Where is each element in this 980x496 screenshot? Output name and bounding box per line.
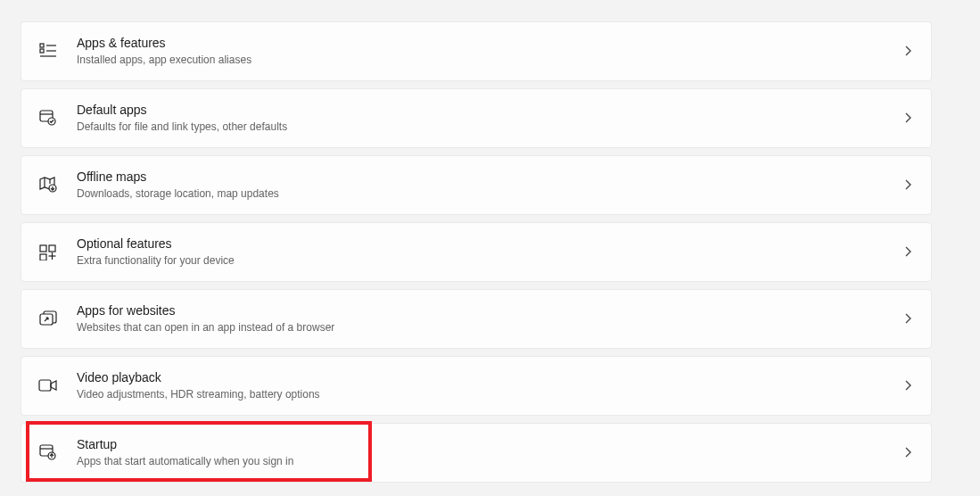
card-subtitle: Video adjustments, HDR streaming, batter… [77,387,890,402]
card-title: Apps for websites [77,302,890,318]
card-subtitle: Extra functionality for your device [77,253,890,269]
card-title: Offline maps [77,169,890,185]
card-title: Startup [77,436,890,452]
chevron-right-icon [901,445,915,459]
card-text: Default apps Defaults for file and link … [77,102,890,135]
card-text: Video playback Video adjustments, HDR st… [77,369,890,402]
settings-card-startup[interactable]: Startup Apps that start automatically wh… [21,423,932,483]
chevron-right-icon [901,378,915,393]
svg-rect-0 [40,44,44,47]
apps-list-icon [37,40,59,62]
optional-features-icon [37,241,59,262]
card-title: Apps & features [77,35,890,51]
svg-rect-2 [40,49,44,53]
settings-card-apps-websites[interactable]: Apps for websites Websites that can open… [21,289,932,349]
chevron-right-icon [901,111,915,125]
card-title: Default apps [77,102,890,118]
settings-card-offline-maps[interactable]: Offline maps Downloads, storage location… [21,155,932,215]
startup-icon [37,442,59,463]
websites-icon [37,308,59,329]
card-subtitle: Defaults for file and link types, other … [77,120,890,135]
settings-card-default-apps[interactable]: Default apps Defaults for file and link … [21,88,932,148]
card-subtitle: Apps that start automatically when you s… [77,454,890,469]
settings-card-optional-features[interactable]: Optional features Extra functionality fo… [21,222,932,282]
settings-list: Apps & features Installed apps, app exec… [21,21,932,483]
card-text: Offline maps Downloads, storage location… [77,169,890,202]
card-subtitle: Downloads, storage location, map updates [77,186,890,202]
svg-rect-12 [49,245,55,252]
card-subtitle: Installed apps, app execution aliases [77,53,890,68]
card-text: Startup Apps that start automatically wh… [77,436,890,469]
card-text: Apps & features Installed apps, app exec… [77,35,890,68]
chevron-right-icon [901,44,915,58]
chevron-right-icon [901,311,915,326]
default-apps-icon [37,107,59,128]
video-icon [37,375,59,396]
card-text: Apps for websites Websites that can open… [77,302,890,335]
svg-rect-13 [40,254,46,260]
settings-card-video-playback[interactable]: Video playback Video adjustments, HDR st… [21,356,932,416]
svg-rect-11 [40,245,46,252]
card-title: Optional features [77,236,890,252]
chevron-right-icon [901,244,915,259]
card-text: Optional features Extra functionality fo… [77,236,890,269]
card-title: Video playback [77,369,890,385]
map-icon [37,174,59,195]
svg-rect-17 [39,380,51,391]
chevron-right-icon [901,178,915,192]
card-subtitle: Websites that can open in an app instead… [77,320,890,335]
settings-card-apps-features[interactable]: Apps & features Installed apps, app exec… [21,21,932,81]
